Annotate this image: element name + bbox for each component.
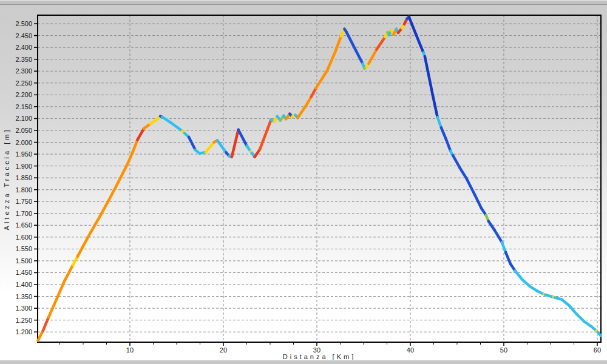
y-tick-label: 1.450 (15, 269, 32, 276)
track-segment (260, 120, 271, 149)
track-segment (515, 271, 522, 280)
track-segment (49, 298, 57, 317)
track-segment (347, 32, 356, 51)
track-segment (441, 127, 446, 138)
track-segment (336, 36, 341, 51)
track-segment (239, 130, 247, 146)
y-tick-label: 2.200 (15, 91, 32, 98)
track-segment (82, 232, 90, 248)
y-tick-label: 1.350 (15, 293, 32, 300)
track-segment (316, 70, 327, 88)
track-segment (170, 122, 177, 127)
y-tick-label: 2.500 (15, 20, 32, 27)
elevation-chart: 1.2001.2501.3001.3501.4001.4501.5001.550… (0, 0, 607, 364)
track-segment (57, 281, 64, 298)
y-tick-label: 2.100 (15, 115, 32, 122)
y-tick-label: 1.950 (15, 150, 32, 158)
y-tick-label: 1.850 (15, 174, 32, 181)
y-tick-label: 1.400 (15, 281, 32, 288)
grid (38, 15, 601, 342)
y-tick-label: 1.650 (15, 221, 32, 229)
track-segment (119, 165, 127, 181)
x-tick-label: 20 (220, 346, 227, 354)
track-segment (162, 117, 170, 123)
track-segment (306, 96, 311, 106)
y-tick-label: 1.750 (15, 198, 32, 205)
track-segment (466, 178, 475, 195)
x-tick-label: 40 (407, 346, 414, 354)
track-segment (523, 280, 530, 286)
y-tick-label: 1.550 (15, 245, 32, 252)
track-segment (433, 95, 438, 117)
track-segment (446, 139, 451, 151)
track-segment (368, 49, 376, 63)
track-segment (561, 300, 569, 306)
track-segment (569, 306, 577, 314)
y-tick-label: 1.800 (15, 186, 32, 194)
track-segment (90, 216, 100, 232)
track-segment (438, 117, 441, 127)
track-segment (460, 168, 467, 178)
track-segment (506, 252, 510, 264)
track-segment (356, 51, 363, 64)
track-segment (64, 265, 73, 281)
axis-labels: 1.2001.2501.3001.3501.4001.4501.5001.550… (15, 20, 601, 354)
y-axis-title: Altezza Traccia [m] (3, 128, 10, 231)
y-tick-label: 1.200 (15, 328, 32, 335)
y-tick-label: 2.400 (15, 44, 32, 51)
track-segment (109, 181, 118, 199)
track-segment (495, 230, 502, 242)
track-line (38, 17, 601, 341)
y-tick-label: 1.900 (15, 163, 32, 170)
track-segment (232, 130, 239, 157)
window-bottom-strip (0, 360, 607, 364)
track-segment (584, 322, 591, 327)
track-segment (297, 106, 305, 118)
y-tick-label: 2.250 (15, 79, 32, 87)
track-segment (409, 17, 416, 35)
y-tick-label: 2.150 (15, 103, 32, 110)
track-segment (255, 149, 260, 157)
y-tick-label: 2.000 (15, 139, 32, 146)
plot-area (38, 15, 601, 342)
track-segment (311, 88, 316, 96)
y-tick-label: 1.300 (15, 305, 32, 312)
y-tick-label: 2.050 (15, 127, 32, 134)
track-segment (577, 314, 584, 322)
x-tick-label: 50 (500, 346, 507, 354)
track-segment (133, 140, 138, 152)
track-segment (327, 51, 336, 70)
track-segment (189, 137, 195, 150)
track-segment (502, 242, 506, 252)
y-tick-label: 2.300 (15, 67, 32, 75)
x-tick-label: 10 (126, 346, 134, 354)
y-tick-label: 1.600 (15, 234, 32, 241)
track-segment (38, 331, 42, 340)
y-tick-label: 1.250 (15, 317, 32, 324)
y-tick-label: 1.700 (15, 210, 32, 217)
track-segment (416, 35, 423, 53)
y-tick-label: 1.500 (15, 257, 32, 265)
y-tick-label: 2.350 (15, 56, 32, 63)
x-tick-label: 60 (594, 346, 601, 354)
y-tick-label: 2.450 (15, 32, 32, 39)
track-segment (425, 56, 433, 95)
track-segment (43, 317, 49, 331)
track-segment (206, 143, 214, 152)
axis-ticks (34, 24, 597, 346)
